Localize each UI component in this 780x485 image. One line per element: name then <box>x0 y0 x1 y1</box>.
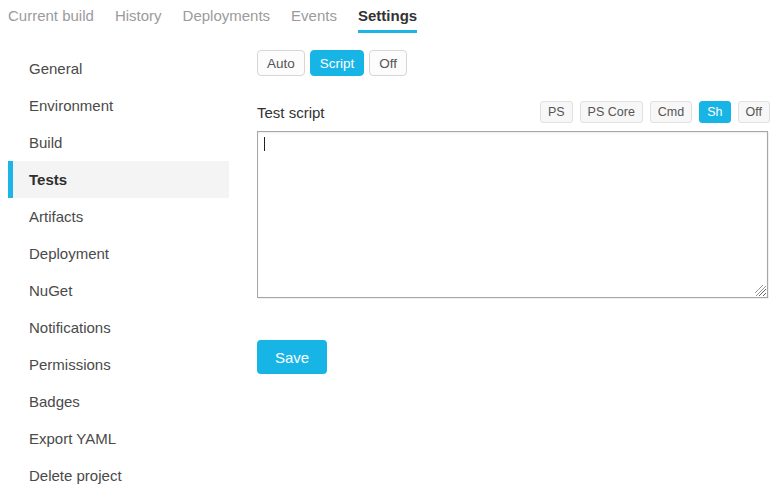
test-mode-auto-button[interactable]: Auto <box>257 50 305 76</box>
tests-settings-panel: Auto Script Off Test script PS PS Core C… <box>257 50 770 374</box>
test-mode-script-button[interactable]: Script <box>310 50 365 76</box>
top-nav: Current build History Deployments Events… <box>8 7 417 33</box>
language-ps-core-button[interactable]: PS Core <box>580 101 643 123</box>
sidebar-item-deployment[interactable]: Deployment <box>8 235 229 272</box>
tab-settings[interactable]: Settings <box>358 7 417 33</box>
sidebar-item-badges[interactable]: Badges <box>8 383 229 420</box>
tab-events[interactable]: Events <box>291 7 337 33</box>
script-language-toggle: PS PS Core Cmd Sh Off <box>540 101 770 123</box>
sidebar-item-environment[interactable]: Environment <box>8 87 229 124</box>
test-mode-toggle: Auto Script Off <box>257 50 770 76</box>
sidebar-item-delete-project[interactable]: Delete project <box>8 457 229 485</box>
tab-current-build[interactable]: Current build <box>8 7 94 33</box>
sidebar-item-artifacts[interactable]: Artifacts <box>8 198 229 235</box>
sidebar-item-general[interactable]: General <box>8 50 229 87</box>
tab-history[interactable]: History <box>115 7 162 33</box>
sidebar-item-nuget[interactable]: NuGet <box>8 272 229 309</box>
test-script-textarea[interactable] <box>257 131 768 298</box>
language-off-button[interactable]: Off <box>738 101 770 123</box>
tab-deployments[interactable]: Deployments <box>183 7 271 33</box>
sidebar-item-permissions[interactable]: Permissions <box>8 346 229 383</box>
language-cmd-button[interactable]: Cmd <box>650 101 692 123</box>
sidebar-item-notifications[interactable]: Notifications <box>8 309 229 346</box>
save-button[interactable]: Save <box>257 340 327 374</box>
test-mode-off-button[interactable]: Off <box>369 50 407 76</box>
settings-sidebar: General Environment Build Tests Artifact… <box>8 50 229 485</box>
sidebar-item-export-yaml[interactable]: Export YAML <box>8 420 229 457</box>
language-ps-button[interactable]: PS <box>540 101 573 123</box>
sidebar-item-build[interactable]: Build <box>8 124 229 161</box>
sidebar-item-tests[interactable]: Tests <box>8 161 229 198</box>
test-script-label: Test script <box>257 104 325 121</box>
language-sh-button[interactable]: Sh <box>699 101 730 123</box>
